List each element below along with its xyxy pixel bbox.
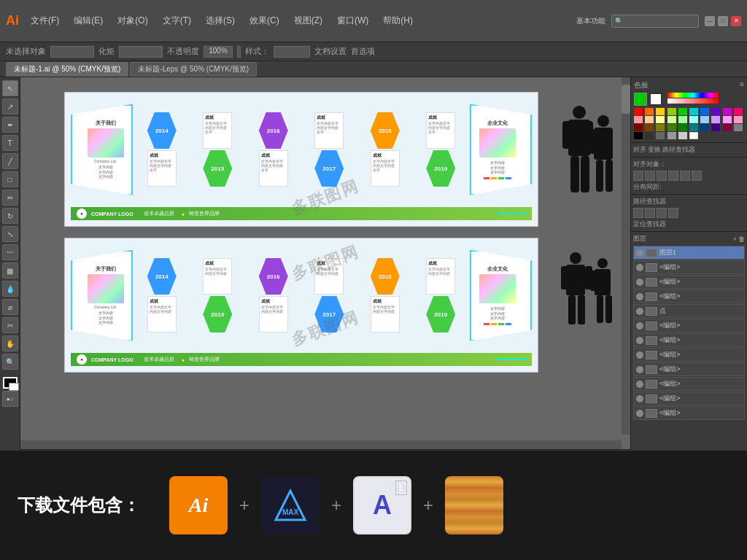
color-light-blue[interactable] <box>700 116 709 123</box>
layer-item-3[interactable]: <编组> <box>633 289 745 303</box>
doc-settings-btn[interactable]: 文档设置 <box>314 46 347 57</box>
color-light-cyan[interactable] <box>689 116 698 123</box>
layer-item-2[interactable]: <编组> <box>633 275 745 289</box>
menu-select[interactable]: 选择(S) <box>203 13 238 28</box>
stroke-selector[interactable] <box>50 46 94 58</box>
color-cyan[interactable] <box>689 108 698 115</box>
menu-effect[interactable]: 效果(C) <box>247 13 282 28</box>
layer-eye-0[interactable] <box>636 249 643 257</box>
hue-slider[interactable] <box>667 93 719 98</box>
align-top-btn[interactable] <box>668 171 678 181</box>
fill-color[interactable] <box>634 93 647 106</box>
zoom-box[interactable] <box>237 46 241 58</box>
layer-item-7[interactable]: <编组> <box>633 348 745 362</box>
vertical-scrollbar[interactable] <box>622 77 630 435</box>
align-left-btn[interactable] <box>633 171 643 181</box>
layer-item-0[interactable]: 图层1 <box>633 246 745 260</box>
color-dark-gray2[interactable] <box>656 132 665 139</box>
color-light-purple[interactable] <box>711 116 720 123</box>
color-light-red[interactable] <box>634 116 643 123</box>
horizontal-scrollbar[interactable] <box>20 440 622 449</box>
color-orange[interactable] <box>645 108 654 115</box>
color-menu-btn[interactable]: ≡ <box>740 80 744 90</box>
path-intersect[interactable] <box>657 208 667 218</box>
menu-object[interactable]: 对象(O) <box>115 13 150 28</box>
stroke-color[interactable] <box>649 93 662 106</box>
path-unite[interactable] <box>633 208 643 218</box>
blend-tool[interactable]: ⌀ <box>2 299 18 315</box>
menu-window[interactable]: 窗口(W) <box>334 13 371 28</box>
color-red[interactable] <box>634 108 643 115</box>
brush-tool[interactable]: ✏ <box>2 190 18 206</box>
scissors-tool[interactable]: ✂ <box>2 317 18 333</box>
color-light-magenta[interactable] <box>723 116 732 123</box>
layer-item-6[interactable]: <编组> <box>633 333 745 347</box>
layer-item-5[interactable]: <编组> <box>633 319 745 332</box>
first-select-btn[interactable]: 首选项 <box>351 46 375 57</box>
canvas-area[interactable]: 多联图网 多联图网 多联图网 关于我们 Company Ltd. 文字内容 <box>20 77 630 451</box>
layer-eye-3[interactable] <box>636 293 643 300</box>
gradient-tool[interactable]: ▦ <box>2 262 18 279</box>
layer-eye-5[interactable] <box>636 322 643 330</box>
hand-tool[interactable]: ✋ <box>2 335 18 351</box>
color-dark-magenta[interactable] <box>723 124 732 131</box>
pathfinder-tab[interactable]: 路径查找器 <box>662 145 695 155</box>
path-minus[interactable] <box>645 208 655 218</box>
menu-view[interactable]: 视图(Z) <box>291 13 325 28</box>
layer-item-4[interactable]: 点 <box>633 304 745 318</box>
transform-tab[interactable]: 变换 <box>648 145 661 155</box>
align-center-btn[interactable] <box>645 171 655 181</box>
align-right-btn[interactable] <box>657 171 667 181</box>
color-peach[interactable] <box>645 116 654 123</box>
tab-1[interactable]: 未标题-1.ai @ 50% (CMYK/预览) <box>6 62 128 77</box>
color-pink[interactable] <box>734 108 743 115</box>
color-lime[interactable] <box>667 108 676 115</box>
color-green[interactable] <box>678 108 687 115</box>
fill-stroke[interactable] <box>3 377 18 389</box>
saturation-slider[interactable] <box>667 98 719 104</box>
layer-eye-10[interactable] <box>636 395 643 402</box>
layer-eye-6[interactable] <box>636 337 643 344</box>
layer-item-8[interactable]: <编组> <box>633 362 745 376</box>
opacity-input[interactable]: 100% <box>204 46 233 58</box>
delete-layer-btn[interactable]: 🗑 <box>738 236 745 243</box>
minimize-button[interactable]: — <box>705 16 715 26</box>
warp-tool[interactable]: 〰 <box>2 244 18 260</box>
rect-tool[interactable]: □ <box>2 171 18 187</box>
color-dark-yellow[interactable] <box>656 124 665 131</box>
color-mode[interactable]: ●○ <box>2 391 18 407</box>
menu-text[interactable]: 文字(T) <box>160 13 194 28</box>
zoom-tool[interactable]: 🔍 <box>2 354 18 370</box>
layer-item-1[interactable]: <编组> <box>633 260 745 274</box>
layer-item-11[interactable]: <编组> <box>633 406 745 420</box>
layer-eye-8[interactable] <box>636 366 643 373</box>
eyedropper-tool[interactable]: 💧 <box>2 281 18 297</box>
color-dark-purple[interactable] <box>711 124 720 131</box>
select-tool[interactable]: ↖ <box>2 80 18 96</box>
color-yellow[interactable] <box>656 108 665 115</box>
scale-tool[interactable]: ⤡ <box>2 226 18 242</box>
layer-eye-2[interactable] <box>636 279 643 286</box>
color-medium-gray[interactable] <box>667 132 676 139</box>
layer-eye-7[interactable] <box>636 351 643 359</box>
color-blue[interactable] <box>700 108 709 115</box>
rotate-tool[interactable]: ↻ <box>2 208 18 224</box>
tab-2[interactable]: 未标题-Leps @ 50% (CMYK/预览) <box>130 62 257 77</box>
align-bottom-btn[interactable] <box>692 171 702 181</box>
layer-item-9[interactable]: <编组> <box>633 377 745 391</box>
shape-selector[interactable] <box>119 46 163 58</box>
color-dark-orange[interactable] <box>645 124 654 131</box>
color-light-yellow[interactable] <box>656 116 665 123</box>
align-tab[interactable]: 对齐 <box>633 145 646 155</box>
style-selector[interactable] <box>274 46 310 58</box>
color-light-gray[interactable] <box>678 132 687 139</box>
color-dark-gray[interactable] <box>734 124 743 131</box>
color-magenta[interactable] <box>723 108 732 115</box>
search-box[interactable]: 🔍 <box>611 15 699 28</box>
layer-eye-9[interactable] <box>636 381 643 388</box>
color-white[interactable] <box>689 132 698 139</box>
color-light-lime[interactable] <box>667 116 676 123</box>
menu-help[interactable]: 帮助(H) <box>380 13 416 28</box>
color-dark-lime[interactable] <box>667 124 676 131</box>
type-tool[interactable]: T <box>2 135 18 151</box>
